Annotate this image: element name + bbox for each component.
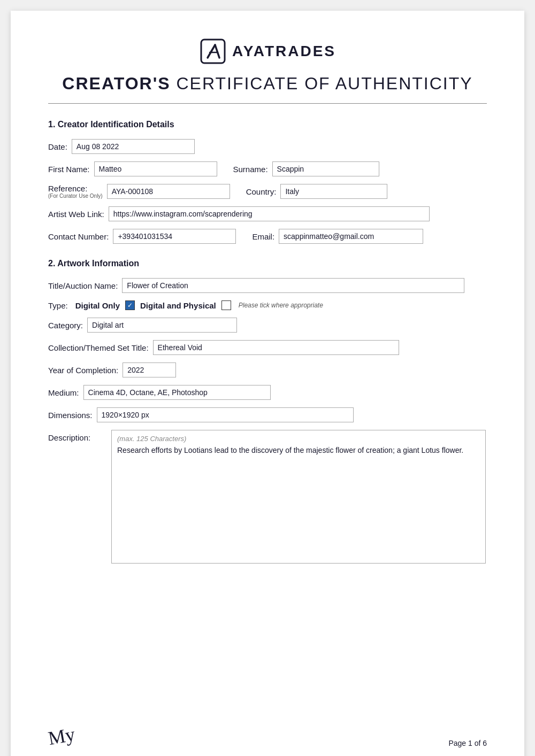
dimensions-row: Dimensions: 1920×1920 px [48,407,487,422]
medium-input[interactable]: Cinema 4D, Octane, AE, Photoshop [83,385,271,400]
header-divider [48,103,487,104]
section-creator: 1. Creator Identification Details Date: … [48,120,487,244]
firstname-input[interactable]: Matteo [94,161,217,176]
logo-container: AYATRADES [48,37,487,65]
checkbox-digital-physical[interactable] [221,300,231,310]
dimensions-label: Dimensions: [48,411,93,420]
type-row: Type: Digital Only ✓ Digital and Physica… [48,300,487,310]
section2-title: 2. Artwork Information [48,259,487,268]
email-input[interactable]: scappinmatteo@gmail.com [279,229,423,244]
artwork-title-row: Title/Auction Name: Flower of Creation [48,278,487,293]
weblink-row: Artist Web Link: https://www.instagram.c… [48,206,487,221]
medium-label: Medium: [48,388,79,397]
firstname-label: First Name: [48,165,90,174]
page-number: Page 1 of 6 [448,739,487,747]
category-input[interactable]: Digital art [87,318,237,333]
type-option-digital-only: Digital Only [75,301,120,310]
date-label: Date: [48,142,67,151]
logo-text: AYATRADES [232,43,336,60]
collection-label: Collection/Themed Set Title: [48,343,149,352]
country-label: Country: [246,187,277,196]
document-page: AYATRADES CREATOR'S CERTIFICATE OF AUTHE… [11,11,524,756]
type-option2-text: Digital and Physical [140,301,216,310]
reference-row: Reference: (For Curator Use Only) AYA-00… [48,184,487,199]
description-note: (max. 125 Characters) [117,435,480,443]
type-tick-note: Please tick where appropriate [239,302,323,309]
section-artwork: 2. Artwork Information Title/Auction Nam… [48,259,487,564]
contact-label: Contact Number: [48,232,109,241]
reference-sublabel: (For Curator Use Only) [48,193,103,199]
description-box[interactable]: (max. 125 Characters) Research efforts b… [111,430,486,564]
page-footer: My Page 1 of 6 [48,725,487,747]
category-label: Category: [48,321,83,330]
svg-rect-0 [201,40,225,63]
type-option1-text: Digital Only [75,301,120,310]
collection-row: Collection/Themed Set Title: Ethereal Vo… [48,340,487,355]
year-label: Year of Completion: [48,366,118,375]
type-label: Type: [48,301,68,310]
contact-input[interactable]: +393401031534 [113,229,236,244]
dimensions-input[interactable]: 1920×1920 px [97,407,354,422]
reference-label: Reference: [48,184,98,193]
country-input[interactable]: Italy [280,184,387,199]
description-label: Description: [48,433,107,442]
surname-input[interactable]: Scappin [272,161,379,176]
contact-row: Contact Number: +393401031534 Email: sca… [48,229,487,244]
weblink-input[interactable]: https://www.instagram.com/scaprendering [109,206,430,221]
artwork-title-label: Title/Auction Name: [48,281,118,290]
date-input[interactable]: Aug 08 2022 [72,139,195,154]
date-row: Date: Aug 08 2022 [48,139,487,154]
medium-row: Medium: Cinema 4D, Octane, AE, Photoshop [48,385,487,400]
document-header: AYATRADES CREATOR'S CERTIFICATE OF AUTHE… [48,37,487,94]
year-row: Year of Completion: 2022 [48,362,487,377]
artwork-title-input[interactable]: Flower of Creation [122,278,464,293]
year-input[interactable]: 2022 [123,362,176,377]
collection-input[interactable]: Ethereal Void [153,340,399,355]
description-text: Research efforts by Lootians lead to the… [117,446,480,454]
category-row: Category: Digital art [48,318,487,333]
description-row: Description: (max. 125 Characters) Resea… [48,430,487,564]
type-option-digital-physical: Digital and Physical [140,301,216,310]
signature: My [47,723,77,750]
email-label: Email: [252,232,274,241]
section1-title: 1. Creator Identification Details [48,120,487,129]
svg-line-2 [215,45,219,58]
svg-line-1 [208,45,215,58]
logo-icon [199,37,227,65]
reference-input[interactable]: AYA-000108 [107,184,230,199]
checkbox-digital-only[interactable]: ✓ [125,300,135,310]
name-row: First Name: Matteo Surname: Scappin [48,161,487,176]
weblink-label: Artist Web Link: [48,210,104,219]
page-title: CREATOR'S CERTIFICATE OF AUTHENTICITY [48,74,487,94]
surname-label: Surname: [233,165,268,174]
